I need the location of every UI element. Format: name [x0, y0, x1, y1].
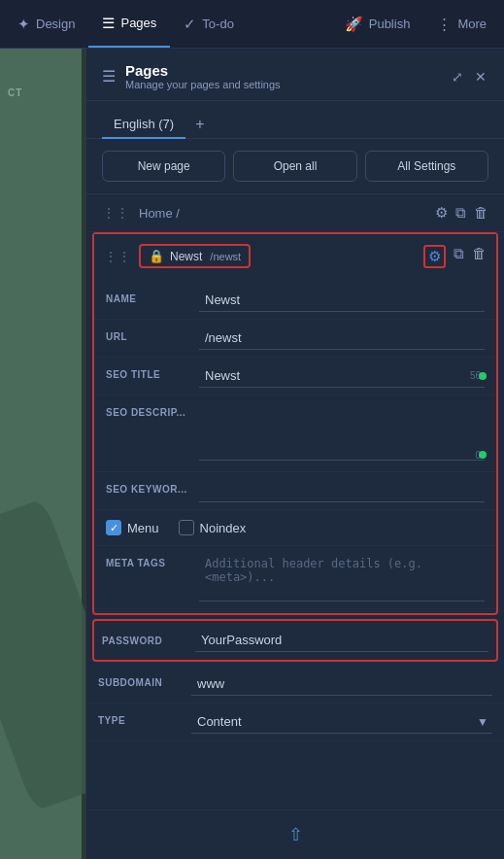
noindex-checkbox[interactable]: Noindex	[179, 520, 247, 535]
meta-tags-row: META TAGS	[94, 546, 496, 609]
panel-title: Pages	[125, 62, 281, 79]
type-row: TYPE Content Blog eCommerce ▼	[86, 704, 504, 741]
panel-footer: ⇧	[86, 809, 504, 859]
collapse-button[interactable]: ⇧	[288, 824, 303, 845]
expand-button[interactable]: ⤢	[450, 67, 465, 86]
type-select[interactable]: Content Blog eCommerce	[191, 710, 492, 734]
page-form: NAME URL SEO TITLE 56	[94, 278, 496, 613]
seo-kw-input[interactable]	[199, 479, 485, 502]
subdomain-row: SUBDOMAIN	[86, 666, 504, 704]
noindex-checkbox-box	[179, 520, 194, 535]
newst-drag-handle[interactable]: ⋮⋮	[104, 249, 131, 264]
newst-delete-icon[interactable]: 🗑	[472, 245, 487, 268]
newst-duplicate-icon[interactable]: ⧉	[454, 245, 464, 268]
nav-pages[interactable]: ☰ Pages	[88, 0, 170, 48]
meta-tags-input[interactable]	[199, 553, 485, 601]
design-icon: ✦	[17, 16, 30, 33]
lang-tab-english[interactable]: English (7)	[102, 111, 185, 139]
newst-page-expanded: ⋮⋮ 🔒 Newst /newst ⚙ ⧉ 🗑 NAME	[92, 232, 498, 615]
nav-more-label: More	[457, 17, 487, 31]
pages-icon: ☰	[102, 15, 115, 32]
seo-kw-row: SEO KEYWOR...	[94, 472, 496, 510]
newst-page-icons: ⚙ ⧉ 🗑	[423, 245, 487, 268]
name-row: NAME	[94, 282, 496, 320]
panel-title-block: Pages Manage your pages and settings	[125, 62, 281, 90]
seo-desc-row: SEO DESCRIP... 0	[94, 395, 496, 472]
nav-design-label: Design	[36, 17, 75, 31]
home-drag-handle[interactable]: ⋮⋮	[102, 205, 129, 221]
menu-label: Menu	[127, 521, 159, 535]
more-icon: ⋮	[437, 16, 452, 33]
home-page-name: Home /	[139, 206, 435, 221]
publish-icon: 🚀	[345, 16, 363, 33]
newst-page-header: ⋮⋮ 🔒 Newst /newst ⚙ ⧉ 🗑	[94, 234, 496, 278]
home-duplicate-icon[interactable]: ⧉	[455, 204, 466, 222]
seo-desc-wrap: 0	[199, 402, 485, 464]
home-settings-icon[interactable]: ⚙	[435, 204, 448, 222]
seo-kw-label: SEO KEYWOR...	[106, 479, 191, 495]
spacer	[86, 741, 504, 761]
password-label: PASSWORD	[102, 636, 187, 646]
newst-page-name: Newst	[170, 250, 202, 263]
checkbox-row: ✓ Menu Noindex	[94, 510, 496, 546]
page-list: ⋮⋮ Home / ⚙ ⧉ 🗑 ⋮⋮ 🔒 Newst /newst	[86, 194, 504, 809]
new-page-button[interactable]: New page	[102, 151, 225, 182]
close-button[interactable]: ✕	[473, 67, 488, 86]
home-page-row: ⋮⋮ Home / ⚙ ⧉ 🗑	[86, 194, 504, 232]
pages-panel: ☰ Pages Manage your pages and settings ⤢…	[85, 49, 504, 859]
newst-page-slug: /newst	[210, 251, 241, 262]
type-label: TYPE	[98, 710, 184, 726]
meta-tags-label: META TAGS	[106, 553, 191, 568]
name-label: NAME	[106, 289, 191, 304]
panel-header-left: ☰ Pages Manage your pages and settings	[102, 62, 281, 90]
nav-publish[interactable]: 🚀 Publish	[331, 0, 424, 48]
seo-desc-status-dot	[479, 451, 487, 459]
url-input[interactable]	[199, 326, 485, 350]
all-settings-button[interactable]: All Settings	[365, 151, 488, 182]
newst-lock-badge: 🔒 Newst /newst	[139, 244, 251, 268]
subdomain-label: SUBDOMAIN	[98, 672, 184, 688]
open-all-button[interactable]: Open all	[233, 151, 356, 182]
canvas-label: CT	[8, 87, 22, 98]
canvas-area: CT	[0, 49, 85, 859]
seo-desc-label: SEO DESCRIP...	[106, 402, 191, 418]
seo-title-input[interactable]	[199, 364, 485, 388]
nav-design[interactable]: ✦ Design	[4, 0, 88, 48]
panel-icon: ☰	[102, 67, 116, 86]
panel-header: ☰ Pages Manage your pages and settings ⤢…	[86, 49, 504, 101]
todo-icon: ✓	[184, 16, 196, 33]
home-delete-icon[interactable]: 🗑	[474, 204, 488, 222]
lang-add-button[interactable]: +	[189, 112, 210, 137]
lang-tabs: English (7) +	[86, 101, 504, 139]
type-select-wrap: Content Blog eCommerce ▼	[191, 710, 492, 734]
nav-more[interactable]: ⋮ More	[423, 0, 500, 48]
seo-title-row: SEO TITLE 56	[94, 358, 496, 395]
nav-todo-label: To-do	[202, 17, 234, 31]
lock-icon: 🔒	[149, 249, 164, 263]
home-page-icons: ⚙ ⧉ 🗑	[435, 204, 488, 222]
panel-header-right: ⤢ ✕	[450, 67, 488, 86]
password-input[interactable]	[195, 629, 488, 652]
password-row: PASSWORD	[92, 619, 498, 662]
seo-desc-input[interactable]	[199, 402, 485, 461]
action-buttons: New page Open all All Settings	[86, 139, 504, 194]
nav-pages-label: Pages	[120, 16, 156, 30]
seo-title-status-dot	[479, 372, 487, 380]
menu-checkbox-box: ✓	[106, 520, 121, 535]
panel-subtitle: Manage your pages and settings	[125, 79, 281, 90]
seo-title-wrap: 56	[199, 364, 485, 388]
name-input[interactable]	[199, 289, 485, 312]
nav-publish-label: Publish	[369, 17, 411, 31]
menu-checkbox[interactable]: ✓ Menu	[106, 520, 159, 535]
nav-todo[interactable]: ✓ To-do	[170, 0, 248, 48]
noindex-label: Noindex	[200, 521, 247, 535]
lang-tab-label: English (7)	[114, 117, 174, 131]
top-nav: ✦ Design ☰ Pages ✓ To-do 🚀 Publish ⋮ Mor…	[0, 0, 504, 49]
newst-settings-icon[interactable]: ⚙	[423, 245, 446, 268]
url-label: URL	[106, 326, 191, 342]
url-row: URL	[94, 320, 496, 358]
seo-title-label: SEO TITLE	[106, 364, 191, 380]
subdomain-input[interactable]	[191, 672, 492, 696]
canvas-decoration	[0, 498, 85, 812]
